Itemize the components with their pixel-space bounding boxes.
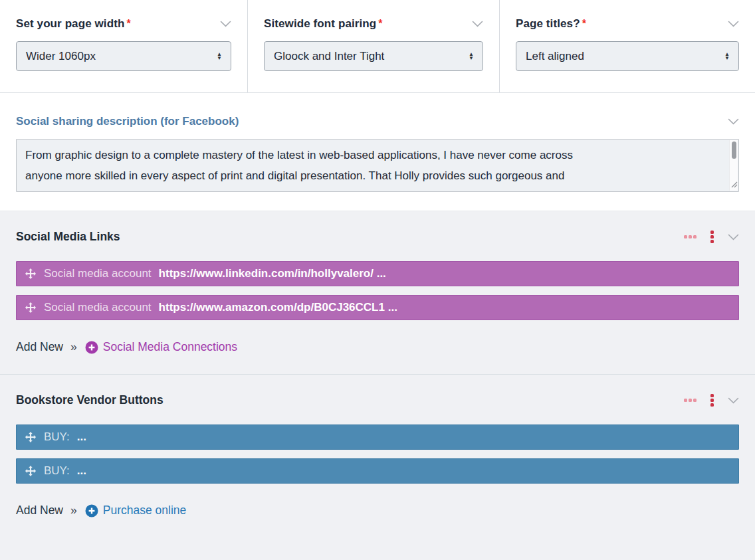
add-new-row: Add New » Purchase online (16, 504, 739, 517)
select-arrows-icon: ▲▼ (217, 52, 222, 60)
select-arrows-icon: ▲▼ (724, 52, 730, 60)
textarea-line: From graphic design to a complete master… (25, 145, 721, 165)
plus-circle-icon (85, 504, 98, 517)
ellipsis-horizontal-icon[interactable] (684, 235, 697, 238)
social-description-label: Social sharing description (for Facebook… (16, 115, 239, 128)
select-value: Left aligned (526, 50, 584, 63)
chevron-down-icon[interactable] (728, 21, 739, 27)
bookstore-vendor-buttons-title: Bookstore Vendor Buttons (16, 393, 163, 407)
vendor-button-row[interactable]: BUY: ... (16, 424, 739, 450)
plus-circle-icon (85, 341, 98, 354)
page-width-select[interactable]: Wider 1060px ▲▼ (16, 41, 231, 71)
social-media-row[interactable]: Social media account https://www.amazon.… (16, 295, 739, 320)
field-label: Page titles?* (516, 17, 586, 31)
social-media-row[interactable]: Social media account https://www.linkedi… (16, 261, 739, 286)
field-page-titles: Page titles?* Left aligned ▲▼ (500, 0, 755, 92)
row-url: https://www.linkedin.com/in/hollyvalero/… (159, 267, 386, 280)
social-description-textarea[interactable]: From graphic design to a complete master… (16, 139, 739, 192)
field-font-pairing: Sitewide font pairing* Gloock and Inter … (248, 0, 500, 92)
custom-fields-panel: Set your page width* Wider 1060px ▲▼ Sit… (0, 0, 755, 560)
add-social-media-connections-button[interactable]: Social Media Connections (85, 340, 237, 354)
chevron-down-icon[interactable] (728, 397, 739, 404)
add-new-label: Add New (16, 340, 63, 354)
page-titles-select[interactable]: Left aligned ▲▼ (516, 41, 739, 71)
social-media-links-title: Social Media Links (16, 230, 120, 244)
scrollbar-thumb[interactable] (732, 141, 736, 159)
add-new-separator: » (70, 504, 77, 517)
add-new-row: Add New » Social Media Connections (16, 340, 739, 354)
ellipsis-vertical-icon[interactable] (710, 231, 714, 243)
row-label: Social media account (44, 267, 152, 280)
add-new-separator: » (70, 340, 77, 354)
move-icon[interactable] (25, 268, 37, 280)
chevron-down-icon[interactable] (472, 21, 483, 27)
row-url: ... (77, 464, 86, 478)
add-link-label: Social Media Connections (103, 340, 237, 354)
page-width-label: Set your page width (16, 17, 124, 30)
select-arrows-icon: ▲▼ (469, 52, 474, 60)
ellipsis-vertical-icon[interactable] (710, 394, 714, 407)
social-description-section: Social sharing description (for Facebook… (0, 93, 755, 211)
vendor-button-row[interactable]: BUY: ... (16, 458, 739, 484)
select-value: Gloock and Inter Tight (274, 50, 384, 63)
chevron-down-icon[interactable] (728, 234, 739, 240)
textarea-line: anyone more skilled in every aspect of p… (25, 165, 721, 186)
move-icon[interactable] (25, 302, 37, 314)
chevron-down-icon[interactable] (728, 118, 739, 125)
select-value: Wider 1060px (26, 50, 96, 63)
add-new-label: Add New (16, 504, 63, 517)
field-label: Set your page width* (16, 17, 131, 31)
add-purchase-online-button[interactable]: Purchase online (85, 504, 187, 517)
font-pairing-select[interactable]: Gloock and Inter Tight ▲▼ (264, 41, 483, 71)
field-label: Sitewide font pairing* (264, 17, 383, 31)
row-label: BUY: (44, 464, 70, 478)
required-asterisk: * (582, 18, 586, 29)
social-media-links-panel: Social Media Links Social media account … (0, 211, 755, 374)
required-asterisk: * (378, 18, 382, 29)
move-icon[interactable] (25, 431, 37, 443)
top-fields-row: Set your page width* Wider 1060px ▲▼ Sit… (0, 0, 755, 93)
row-url: https://www.amazon.com/dp/B0CJ36CCL1 ... (159, 301, 397, 314)
move-icon[interactable] (25, 465, 37, 477)
font-pairing-label: Sitewide font pairing (264, 17, 376, 30)
chevron-down-icon[interactable] (220, 21, 231, 27)
row-label: BUY: (44, 430, 70, 444)
field-page-width: Set your page width* Wider 1060px ▲▼ (0, 0, 248, 92)
row-label: Social media account (44, 301, 152, 314)
row-url: ... (77, 430, 86, 444)
page-titles-label: Page titles? (516, 17, 580, 30)
required-asterisk: * (126, 18, 130, 29)
resize-handle-icon[interactable] (730, 179, 738, 191)
add-link-label: Purchase online (103, 504, 187, 517)
ellipsis-horizontal-icon[interactable] (684, 399, 697, 402)
bookstore-vendor-buttons-panel: Bookstore Vendor Buttons BUY: ... BUY: .… (0, 374, 755, 560)
